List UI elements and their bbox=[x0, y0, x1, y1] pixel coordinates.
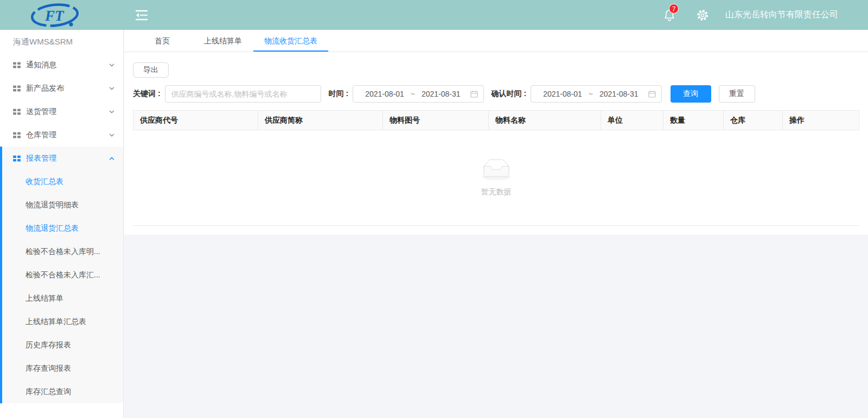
tab-home[interactable]: 首页 bbox=[132, 30, 193, 52]
calendar-icon bbox=[648, 90, 656, 98]
time-range-separator: ~ bbox=[411, 90, 415, 98]
confirm-range-separator: ~ bbox=[589, 90, 593, 98]
sidebar-subitem-online-settlement-summary[interactable]: 上线结算单汇总表 bbox=[2, 310, 123, 333]
notification-badge: 7 bbox=[669, 4, 679, 14]
time-range-picker[interactable]: 2021-08-01 ~ 2021-08-31 bbox=[353, 85, 483, 103]
results-table: 供应商代号 供应商简称 物料图号 物料名称 单位 数量 仓库 操作 bbox=[133, 110, 859, 226]
sidebar-subitem-logistics-return-detail[interactable]: 物流退货明细表 bbox=[2, 193, 123, 217]
sidebar-item-report-management[interactable]: 报表管理 bbox=[2, 147, 123, 170]
sidebar-group-reports: 报表管理 收货汇总表 物流退货明细表 物流退货汇总表 检验不合格未入库明... … bbox=[0, 147, 123, 403]
column-header-actions: 操作 bbox=[783, 111, 859, 130]
sidebar-subitem-receiving-summary[interactable]: 收货汇总表 bbox=[2, 170, 123, 193]
sidebar-subitem-inspection-failed-detail[interactable]: 检验不合格未入库明... bbox=[2, 240, 123, 263]
sidebar-item-label: 通知消息 bbox=[26, 60, 109, 70]
sidebar-item-label: 送货管理 bbox=[26, 107, 109, 117]
chevron-down-icon bbox=[109, 132, 114, 138]
column-header-supplier-name: 供应商简称 bbox=[258, 111, 383, 130]
search-button[interactable]: 查询 bbox=[671, 85, 711, 103]
app-brand-title: 海通WMS&SRM bbox=[0, 30, 123, 53]
settings-gear-icon[interactable] bbox=[696, 9, 709, 22]
company-name: 山东光岳转向节有限责任公司 bbox=[725, 9, 838, 21]
grid-icon bbox=[13, 61, 21, 69]
confirm-time-label: 确认时间 : bbox=[492, 89, 527, 99]
tab-bar: 首页 上线结算单 物流收货汇总表 bbox=[124, 30, 868, 52]
toolbar: 导出 bbox=[124, 52, 868, 84]
time-label: 时间 : bbox=[329, 89, 349, 99]
chevron-down-icon bbox=[109, 86, 114, 91]
keyword-input[interactable] bbox=[165, 85, 321, 103]
keyword-label: 关键词 : bbox=[133, 89, 161, 99]
sidebar-subitem-inventory-query-report[interactable]: 库存查询报表 bbox=[2, 357, 123, 380]
tab-online-settlement[interactable]: 上线结算单 bbox=[193, 30, 253, 52]
sidebar-item-delivery-management[interactable]: 送货管理 bbox=[0, 100, 123, 123]
menu-fold-icon[interactable] bbox=[135, 10, 148, 21]
column-header-quantity: 数量 bbox=[663, 111, 724, 130]
chevron-down-icon bbox=[109, 62, 114, 68]
grid-icon bbox=[13, 108, 21, 116]
top-header-bar: FT 7 山东光岳转向节有限责 bbox=[0, 0, 868, 30]
sidebar-item-label: 仓库管理 bbox=[26, 130, 109, 140]
empty-box-icon bbox=[479, 159, 514, 183]
filter-row: 关键词 : 时间 : 2021-08-01 ~ 2021-08-31 确认时间 … bbox=[124, 84, 868, 110]
time-start-value: 2021-08-01 bbox=[359, 90, 411, 98]
reset-button[interactable]: 重置 bbox=[719, 85, 755, 103]
sidebar-item-label: 报表管理 bbox=[26, 154, 109, 163]
column-header-supplier-code: 供应商代号 bbox=[133, 111, 258, 130]
grid-icon bbox=[13, 155, 21, 162]
grid-icon bbox=[13, 85, 21, 92]
empty-state-text: 暂无数据 bbox=[481, 187, 512, 197]
column-header-material-name: 物料名称 bbox=[489, 111, 601, 130]
tab-logistics-receiving-summary[interactable]: 物流收货汇总表 bbox=[253, 30, 328, 52]
notification-bell-icon[interactable]: 7 bbox=[663, 9, 675, 22]
grid-icon bbox=[13, 131, 21, 139]
column-header-warehouse: 仓库 bbox=[724, 111, 783, 130]
column-header-material-drawing-no: 物料图号 bbox=[383, 111, 489, 130]
sidebar-subitem-logistics-return-summary[interactable]: 物流退货汇总表 bbox=[2, 217, 123, 240]
sidebar-item-label: 新产品发布 bbox=[26, 84, 109, 93]
sidebar-subitem-history-inventory-report[interactable]: 历史库存报表 bbox=[2, 333, 123, 357]
content-card: 首页 上线结算单 物流收货汇总表 导出 关键词 : 时间 : 2021-08-0… bbox=[124, 30, 868, 235]
chevron-up-icon bbox=[109, 156, 114, 161]
main-content: 首页 上线结算单 物流收货汇总表 导出 关键词 : 时间 : 2021-08-0… bbox=[124, 30, 868, 235]
confirm-time-range-picker[interactable]: 2021-08-01 ~ 2021-08-31 bbox=[531, 85, 661, 103]
export-button[interactable]: 导出 bbox=[133, 62, 169, 78]
calendar-icon bbox=[470, 90, 478, 98]
sidebar-subitem-inventory-summary-query[interactable]: 库存汇总查询 bbox=[2, 380, 123, 403]
sidebar-item-notifications[interactable]: 通知消息 bbox=[0, 53, 123, 77]
time-end-value: 2021-08-31 bbox=[415, 90, 467, 98]
sidebar-subitem-online-settlement[interactable]: 上线结算单 bbox=[2, 287, 123, 310]
column-header-unit: 单位 bbox=[601, 111, 663, 130]
sidebar-subitem-inspection-failed-summary[interactable]: 检验不合格未入库汇... bbox=[2, 263, 123, 287]
svg-text:FT: FT bbox=[44, 8, 65, 24]
chevron-down-icon bbox=[109, 109, 114, 115]
sidebar-item-new-product[interactable]: 新产品发布 bbox=[0, 77, 123, 100]
header-right-group: 7 山东光岳转向节有限责任公司 bbox=[663, 9, 868, 22]
sidebar-item-warehouse-management[interactable]: 仓库管理 bbox=[0, 123, 123, 147]
sidebar: 海通WMS&SRM 通知消息 新产品发布 送货管理 仓库管理 bbox=[0, 30, 124, 418]
confirm-start-value: 2021-08-01 bbox=[537, 90, 589, 98]
company-logo: FT bbox=[30, 3, 80, 28]
empty-state: 暂无数据 bbox=[133, 130, 859, 226]
confirm-end-value: 2021-08-31 bbox=[593, 90, 645, 98]
table-header-row: 供应商代号 供应商简称 物料图号 物料名称 单位 数量 仓库 操作 bbox=[133, 110, 859, 130]
